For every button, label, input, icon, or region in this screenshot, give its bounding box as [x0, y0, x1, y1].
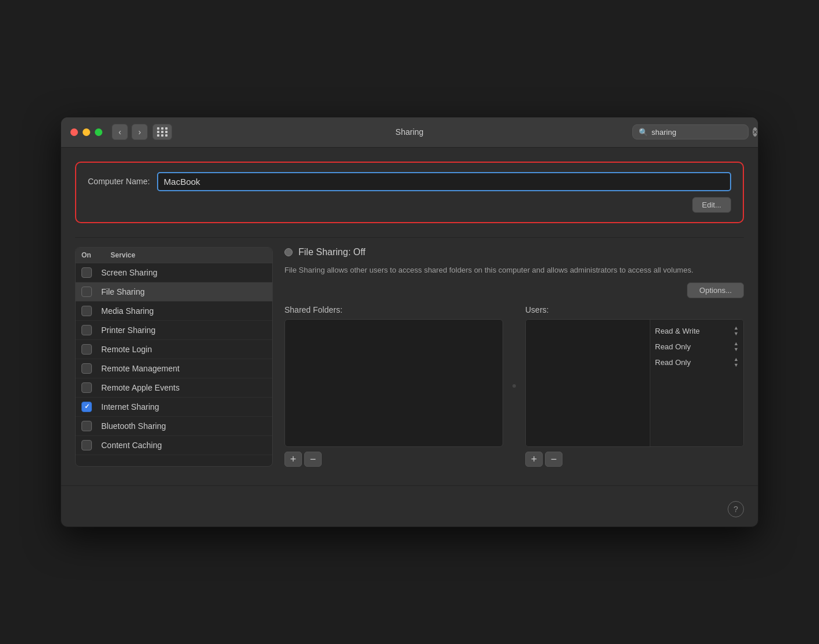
right-panel: File Sharing: Off File Sharing allows ot… — [284, 247, 744, 467]
media-sharing-label: Media Sharing — [101, 306, 154, 316]
permission-row-3: Read Only ▲ ▼ — [655, 357, 739, 368]
internet-sharing-label: Internet Sharing — [101, 402, 159, 412]
status-description: File Sharing allows other users to acces… — [284, 264, 744, 276]
nav-buttons: ‹ › — [112, 124, 148, 140]
permission-row-1: Read & Write ▲ ▼ — [655, 325, 739, 337]
perm-up-arrow-3[interactable]: ▲ — [733, 357, 739, 362]
shared-folders-list[interactable] — [284, 319, 503, 447]
shared-folders-label: Shared Folders: — [284, 305, 503, 314]
service-header-on: On — [81, 251, 111, 259]
back-icon: ‹ — [119, 127, 122, 137]
service-list: On Service Screen Sharing File Sharing M… — [75, 247, 273, 467]
forward-icon: › — [138, 127, 141, 137]
status-title: File Sharing: Off — [298, 247, 365, 257]
search-icon: 🔍 — [639, 128, 648, 137]
remote-apple-events-label: Remote Apple Events — [101, 383, 180, 392]
edit-btn-row: Edit... — [88, 197, 731, 213]
grid-icon — [157, 127, 168, 137]
resizer-handle[interactable] — [512, 384, 516, 388]
options-button[interactable]: Options... — [687, 282, 744, 298]
perm-label-2: Read Only — [655, 342, 690, 351]
main-area: On Service Screen Sharing File Sharing M… — [75, 247, 744, 467]
file-sharing-checkbox[interactable] — [81, 287, 92, 297]
service-item-media-sharing[interactable]: Media Sharing — [76, 302, 272, 321]
service-item-content-caching[interactable]: Content Caching — [76, 436, 272, 455]
bluetooth-sharing-checkbox[interactable] — [81, 421, 92, 431]
status-dot — [284, 248, 293, 256]
search-clear-button[interactable]: ✕ — [753, 127, 757, 137]
folders-users: Shared Folders: + − Users: — [284, 305, 744, 467]
perm-down-arrow-2[interactable]: ▼ — [733, 347, 739, 352]
remove-folder-button[interactable]: − — [304, 452, 322, 467]
back-button[interactable]: ‹ — [112, 124, 128, 140]
help-button[interactable]: ? — [728, 501, 744, 517]
checkmark-icon: ✓ — [84, 403, 90, 410]
remote-login-checkbox[interactable] — [81, 344, 92, 355]
edit-button[interactable]: Edit... — [692, 197, 731, 213]
service-item-remote-login[interactable]: Remote Login — [76, 340, 272, 359]
service-item-internet-sharing[interactable]: ✓ Internet Sharing — [76, 398, 272, 417]
perm-label-3: Read Only — [655, 358, 690, 367]
shared-folders-section: Shared Folders: + − — [284, 305, 503, 467]
status-row: File Sharing: Off — [284, 247, 744, 257]
computer-name-label: Computer Name: — [88, 177, 150, 186]
remote-apple-events-checkbox[interactable] — [81, 382, 92, 393]
users-section: Users: Read & Write ▲ ▼ — [525, 305, 744, 467]
titlebar: ‹ › Sharing 🔍 ✕ — [61, 117, 758, 148]
perm-down-arrow-3[interactable]: ▼ — [733, 363, 739, 368]
perm-arrows-2[interactable]: ▲ ▼ — [733, 341, 739, 352]
screen-sharing-label: Screen Sharing — [101, 268, 158, 277]
traffic-lights — [70, 128, 102, 136]
screen-sharing-checkbox[interactable] — [81, 267, 92, 278]
users-permissions-panel: Read & Write ▲ ▼ Read Only ▲ — [650, 320, 743, 446]
file-sharing-label: File Sharing — [101, 287, 145, 296]
content-caching-label: Content Caching — [101, 441, 162, 450]
minimize-button[interactable] — [83, 128, 90, 136]
bluetooth-sharing-label: Bluetooth Sharing — [101, 421, 166, 431]
folder-add-remove-row: + − — [284, 452, 503, 467]
perm-arrows-3[interactable]: ▲ ▼ — [733, 357, 739, 368]
service-item-printer-sharing[interactable]: Printer Sharing — [76, 321, 272, 340]
perm-up-arrow-2[interactable]: ▲ — [733, 341, 739, 346]
computer-name-input[interactable] — [157, 172, 731, 191]
computer-name-section: Computer Name: Edit... — [75, 162, 744, 223]
perm-down-arrow-1[interactable]: ▼ — [733, 331, 739, 337]
perm-label-1: Read & Write — [655, 327, 700, 335]
remote-management-label: Remote Management — [101, 364, 180, 373]
service-item-remote-management[interactable]: Remote Management — [76, 359, 272, 378]
search-box: 🔍 ✕ — [632, 124, 749, 139]
perm-arrows-1[interactable]: ▲ ▼ — [733, 325, 739, 337]
service-item-bluetooth-sharing[interactable]: Bluetooth Sharing — [76, 417, 272, 436]
add-folder-button[interactable]: + — [284, 452, 302, 467]
close-button[interactable] — [70, 128, 78, 136]
remote-management-checkbox[interactable] — [81, 363, 92, 374]
bottom-bar: ? — [61, 485, 758, 527]
media-sharing-checkbox[interactable] — [81, 306, 92, 316]
service-item-remote-apple-events[interactable]: Remote Apple Events — [76, 378, 272, 398]
main-content: Computer Name: Edit... On Service Screen… — [61, 148, 758, 481]
users-list-container: Read & Write ▲ ▼ Read Only ▲ — [525, 319, 744, 447]
window: ‹ › Sharing 🔍 ✕ Computer Name: — [60, 117, 759, 528]
user-add-remove-row: + − — [525, 452, 744, 467]
computer-name-row: Computer Name: — [88, 172, 731, 191]
search-input[interactable] — [651, 128, 749, 137]
users-names-list — [526, 320, 650, 446]
window-title: Sharing — [396, 127, 423, 137]
users-label: Users: — [525, 305, 744, 314]
printer-sharing-checkbox[interactable] — [81, 325, 92, 335]
printer-sharing-label: Printer Sharing — [101, 325, 155, 335]
maximize-button[interactable] — [95, 128, 102, 136]
perm-up-arrow-1[interactable]: ▲ — [733, 325, 739, 331]
service-list-header: On Service — [76, 248, 272, 263]
content-caching-checkbox[interactable] — [81, 440, 92, 450]
service-item-screen-sharing[interactable]: Screen Sharing — [76, 263, 272, 282]
forward-button[interactable]: › — [131, 124, 148, 140]
permission-row-2: Read Only ▲ ▼ — [655, 341, 739, 352]
grid-view-button[interactable] — [152, 124, 172, 140]
service-header-service: Service — [111, 251, 136, 259]
remove-user-button[interactable]: − — [545, 452, 562, 467]
options-row: Options... — [284, 282, 744, 298]
add-user-button[interactable]: + — [525, 452, 543, 467]
service-item-file-sharing[interactable]: File Sharing — [76, 282, 272, 302]
internet-sharing-checkbox[interactable]: ✓ — [81, 402, 92, 412]
